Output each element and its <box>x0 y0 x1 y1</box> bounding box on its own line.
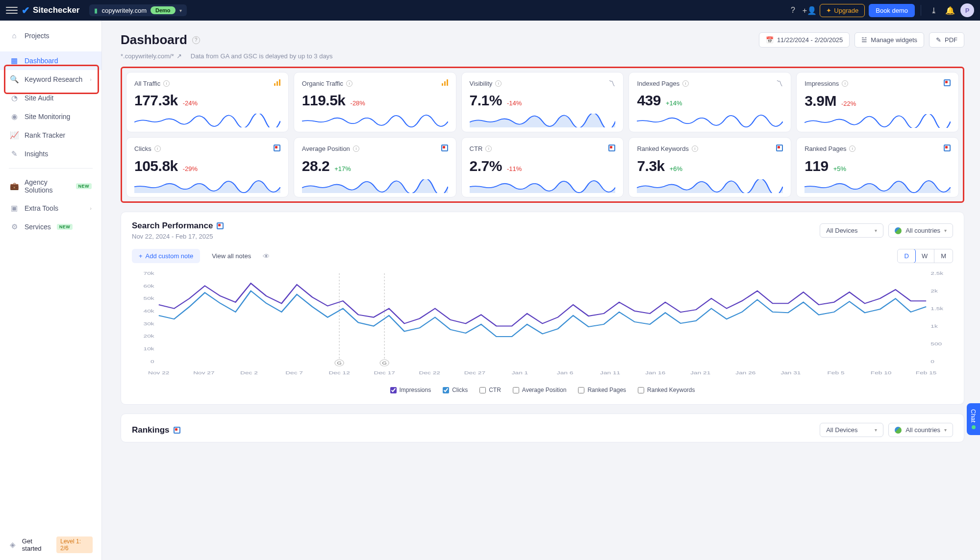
bars-icon <box>274 79 280 86</box>
manage-widgets-button[interactable]: ☱Manage widgets <box>854 32 924 48</box>
nav-agency[interactable]: 💼Agency SolutionsNEW <box>0 173 101 199</box>
tile-label: Visibility <box>470 80 493 87</box>
bell-icon[interactable]: 🔔 <box>944 4 956 17</box>
performance-chart[interactable]: 010k20k30k40k50k60k70k05001k1.5k2k2.5kGG… <box>132 269 953 382</box>
granularity-m[interactable]: M <box>934 249 953 263</box>
nav-services[interactable]: ⚙ServicesNEW <box>0 218 101 236</box>
download-icon[interactable]: ⤓ <box>927 4 940 17</box>
svg-text:Feb 15: Feb 15 <box>916 370 937 376</box>
metric-tile[interactable]: Ranked Pages i 119 +5% <box>796 137 959 197</box>
tile-value: 2.7% <box>470 158 502 174</box>
devices-dropdown[interactable]: All Devices▾ <box>820 423 883 437</box>
site-selector[interactable]: ▮ copywritely.com Demo ▾ <box>89 4 186 16</box>
nav-insights[interactable]: ✎Insights <box>0 145 101 163</box>
metric-tile[interactable]: Average Position i 28.2 +17% <box>294 137 456 197</box>
info-icon[interactable]: i <box>353 146 359 152</box>
metric-tile[interactable]: Visibility i 〽 7.1% -14% <box>461 72 624 132</box>
svg-text:Dec 17: Dec 17 <box>374 370 396 376</box>
nav-keyword-research[interactable]: 🔍Keyword Research› <box>0 70 101 89</box>
svg-text:Jan 21: Jan 21 <box>690 370 711 376</box>
countries-dropdown[interactable]: All countries▾ <box>888 423 953 437</box>
svg-text:Dec 2: Dec 2 <box>240 370 258 376</box>
granularity-toggle: D W M <box>897 249 953 263</box>
nav-dashboard[interactable]: ▦Dashboard <box>0 51 101 70</box>
tile-delta: -24% <box>183 99 198 107</box>
devices-dropdown[interactable]: All Devices▾ <box>820 223 883 238</box>
domain-link[interactable]: *.copywritely.com/*↗ <box>121 52 182 60</box>
add-note-button[interactable]: +Add custom note <box>132 249 200 263</box>
svg-text:G: G <box>337 361 341 365</box>
sidebar-footer[interactable]: ◈ Get started Level 1: 2/6 <box>0 536 101 553</box>
pdf-icon: ✎ <box>936 36 941 44</box>
new-badge: NEW <box>76 183 92 189</box>
hamburger-icon[interactable] <box>6 4 18 16</box>
chat-tab[interactable]: Chat <box>967 403 980 435</box>
panel-title: Search Performance <box>132 221 224 231</box>
legend-item[interactable]: Average Position <box>513 387 567 393</box>
nav-rank-tracker[interactable]: 📈Rank Tracker <box>0 126 101 145</box>
info-icon[interactable]: i <box>849 146 855 152</box>
metric-tile[interactable]: Clicks i 105.8k -29% <box>126 137 289 197</box>
wand-icon: ✎ <box>10 149 19 158</box>
gsc-icon <box>217 222 224 229</box>
info-icon[interactable]: i <box>842 80 848 87</box>
svg-text:Jan 1: Jan 1 <box>512 370 528 376</box>
chevron-down-icon: ▾ <box>875 427 877 433</box>
info-icon[interactable]: i <box>682 80 689 87</box>
metric-tile[interactable]: Ranked Keywords i 7.3k +6% <box>628 137 791 197</box>
chevron-right-icon: › <box>90 205 92 211</box>
info-icon[interactable]: i <box>692 146 698 152</box>
legend-item[interactable]: Ranked Pages <box>578 387 626 393</box>
search-icon: 🔍 <box>10 75 19 84</box>
nav-extra-tools[interactable]: ▣Extra Tools› <box>0 199 101 218</box>
globe-icon <box>895 427 902 434</box>
nav-site-audit[interactable]: ◔Site Audit <box>0 89 101 107</box>
date-range-picker[interactable]: 📅11/22/2024 - 2/20/2025 <box>759 32 850 48</box>
metric-tile[interactable]: All Traffic i 177.3k -24% <box>126 72 289 132</box>
metric-tile[interactable]: Indexed Pages i 〽 439 +14% <box>628 72 791 132</box>
tile-value: 28.2 <box>302 158 329 174</box>
help-icon[interactable]: ? <box>786 4 799 17</box>
brand-logo[interactable]: ✔ Sitechecker <box>22 4 79 16</box>
nav-projects[interactable]: ⌂Projects <box>0 26 101 45</box>
external-link-icon: ↗ <box>176 52 182 60</box>
metric-tile[interactable]: CTR i 2.7% -11% <box>461 137 624 197</box>
info-icon[interactable]: i <box>154 146 161 152</box>
plus-icon: + <box>139 252 143 260</box>
book-demo-button[interactable]: Book demo <box>869 4 915 17</box>
legend-item[interactable]: Impressions <box>390 387 431 393</box>
granularity-d[interactable]: D <box>897 249 915 263</box>
countries-dropdown[interactable]: All countries▾ <box>888 223 953 238</box>
svg-text:20k: 20k <box>144 333 154 339</box>
info-icon[interactable]: i <box>495 80 502 87</box>
granularity-w[interactable]: W <box>915 249 934 263</box>
calendar-icon: 📅 <box>766 36 774 44</box>
avatar[interactable]: P <box>960 3 974 17</box>
pdf-button[interactable]: ✎PDF <box>929 32 964 48</box>
metric-tile[interactable]: Impressions i 3.9M -22% <box>796 72 959 132</box>
grid-icon: ▣ <box>10 204 19 213</box>
tile-label: All Traffic <box>134 80 160 87</box>
upgrade-button[interactable]: ✦ Upgrade <box>820 4 865 17</box>
add-user-icon[interactable]: +👤 <box>803 4 816 17</box>
sparkline <box>470 114 616 127</box>
svg-text:1.5k: 1.5k <box>930 306 943 312</box>
legend-item[interactable]: CTR <box>479 387 501 393</box>
sparkline <box>302 114 448 127</box>
info-icon[interactable]: i <box>346 80 352 87</box>
search-performance-panel: Search Performance Nov 22, 2024 - Feb 17… <box>121 212 964 405</box>
svg-text:0: 0 <box>930 359 934 365</box>
svg-text:Jan 16: Jan 16 <box>645 370 666 376</box>
legend-item[interactable]: Ranked Keywords <box>638 387 695 393</box>
info-icon[interactable]: ? <box>192 36 200 44</box>
info-icon[interactable]: i <box>485 146 492 152</box>
nav-site-monitoring[interactable]: ◉Site Monitoring <box>0 107 101 126</box>
svg-text:Feb 10: Feb 10 <box>871 370 892 376</box>
gsc-icon <box>441 145 448 151</box>
svg-text:500: 500 <box>930 341 942 347</box>
legend-item[interactable]: Clicks <box>443 387 468 393</box>
info-icon[interactable]: i <box>163 80 170 87</box>
eye-icon[interactable]: 👁 <box>263 252 270 260</box>
metric-tile[interactable]: Organic Traffic i 119.5k -28% <box>294 72 456 132</box>
view-notes-button[interactable]: View all notes <box>207 249 256 263</box>
